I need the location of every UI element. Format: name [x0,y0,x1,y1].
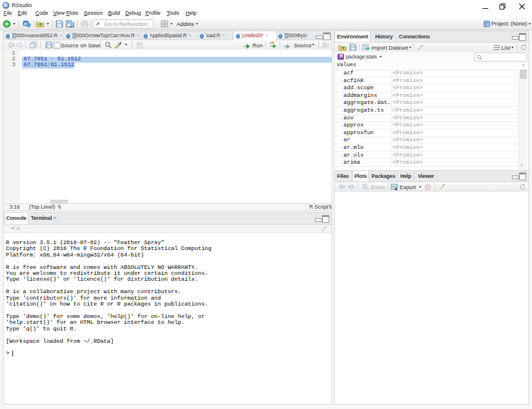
svg-text:R: R [4,3,8,8]
